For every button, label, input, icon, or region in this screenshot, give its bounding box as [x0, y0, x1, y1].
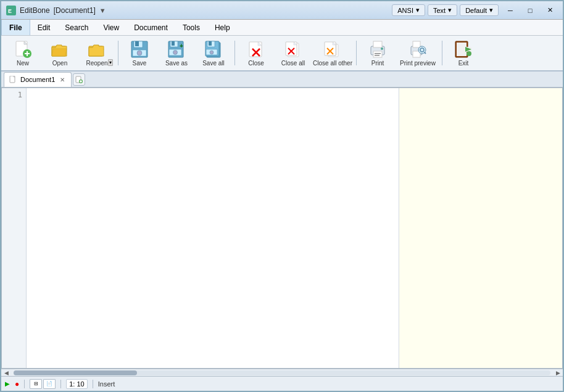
menu-file[interactable]: File	[1, 20, 30, 35]
scroll-right-button[interactable]: ▶	[553, 369, 563, 377]
text-dropdown[interactable]: Text ▾	[428, 4, 457, 16]
svg-rect-44	[375, 53, 381, 54]
play-button[interactable]: ▶	[5, 380, 10, 387]
closeall-button[interactable]: Close all	[275, 38, 311, 68]
editor-main[interactable]	[27, 88, 399, 368]
svg-point-13	[137, 51, 142, 55]
document-icon	[9, 76, 17, 83]
saveall-icon	[204, 40, 223, 59]
svg-rect-48	[413, 41, 420, 47]
svg-text:+: +	[180, 43, 183, 49]
new-tab-icon	[75, 76, 83, 83]
scroll-track	[14, 370, 550, 375]
closeallother-icon	[323, 40, 342, 59]
save-label: Save	[133, 60, 147, 67]
editor-container: 1	[1, 88, 563, 369]
status-separator-3	[93, 380, 93, 388]
menu-help[interactable]: Help	[207, 20, 238, 35]
menu-edit[interactable]: Edit	[30, 20, 58, 35]
status-icon-2: 📄	[43, 379, 56, 389]
cursor-position: 1: 10	[66, 379, 87, 389]
saveall-button[interactable]: Save all	[196, 38, 231, 68]
print-label: Print	[371, 60, 384, 67]
app-icon: E	[6, 6, 16, 15]
document-title: [Document1]	[54, 6, 96, 15]
minimize-button[interactable]: ─	[502, 4, 518, 17]
edit-mode: Insert	[98, 380, 115, 388]
new-label: New	[17, 60, 29, 67]
svg-point-46	[381, 47, 383, 50]
svg-point-18	[173, 50, 178, 54]
closeall-icon	[283, 40, 303, 59]
separator-2	[234, 41, 235, 65]
separator-1	[118, 41, 118, 65]
closeall-label: Close all	[281, 60, 305, 67]
exit-button[interactable]: Exit	[446, 38, 481, 68]
status-separator-2	[60, 380, 61, 388]
printpreview-button[interactable]: Print preview	[397, 38, 439, 68]
svg-rect-57	[466, 49, 470, 50]
open-icon	[50, 40, 70, 59]
open-button[interactable]: Open	[42, 38, 78, 68]
saveas-label: Save as	[165, 60, 188, 67]
new-icon	[13, 40, 33, 59]
menu-tools[interactable]: Tools	[175, 20, 207, 35]
new-button[interactable]: New	[5, 38, 41, 68]
title-bar: E EditBone [Document1] ▼ ANSI ▾ Text ▾ D…	[1, 1, 563, 20]
print-button[interactable]: Print	[360, 38, 396, 68]
tab-title: Document1	[20, 76, 55, 83]
menu-view[interactable]: View	[96, 20, 126, 35]
print-icon	[368, 40, 388, 59]
svg-point-25	[210, 51, 214, 54]
exit-label: Exit	[458, 60, 469, 67]
svg-rect-11	[135, 41, 139, 46]
menu-search[interactable]: Search	[57, 20, 96, 35]
printpreview-label: Print preview	[400, 60, 436, 67]
closeallother-label: Close all other	[313, 60, 352, 67]
reopen-icon	[87, 40, 107, 59]
save-icon	[130, 40, 149, 59]
tab-bar: Document1 ✕	[1, 71, 563, 88]
menu-document[interactable]: Document	[126, 20, 175, 35]
closeallother-button[interactable]: Close all other	[312, 38, 353, 68]
status-bar: ▶ ● ⊟ 📄 1: 10 Insert	[1, 376, 563, 391]
saveas-button[interactable]: + Save as	[159, 38, 194, 68]
exit-icon	[454, 40, 473, 59]
toolbar: New Open ▾ Reopen	[1, 36, 563, 71]
reopen-label: Reopen	[86, 60, 107, 67]
reopen-button[interactable]: ▾ Reopen	[79, 38, 115, 68]
svg-rect-23	[209, 41, 212, 46]
horizontal-scrollbar[interactable]: ◀ ▶	[1, 369, 563, 376]
svg-rect-45	[375, 55, 379, 56]
status-separator-1	[24, 380, 25, 388]
default-dropdown[interactable]: Default ▾	[460, 4, 499, 16]
separator-4	[442, 41, 442, 65]
tab-close-button[interactable]: ✕	[59, 76, 66, 83]
line-number: 1	[2, 91, 22, 99]
svg-line-52	[425, 52, 426, 54]
close-doc-label: Close	[248, 60, 264, 67]
menu-bar: File Edit Search View Document Tools Hel…	[1, 20, 563, 36]
editor-wrapper: 1	[1, 88, 563, 369]
document-tab[interactable]: Document1 ✕	[4, 72, 72, 87]
saveas-icon: +	[167, 40, 186, 59]
svg-rect-16	[172, 41, 175, 46]
close-doc-button[interactable]: Close	[238, 38, 274, 68]
saveall-label: Save all	[202, 60, 225, 67]
close-doc-icon	[246, 40, 266, 59]
printpreview-icon	[408, 40, 428, 59]
record-button[interactable]: ●	[15, 380, 19, 388]
close-button[interactable]: ✕	[542, 4, 558, 17]
ansi-dropdown[interactable]: ANSI ▾	[392, 4, 425, 16]
svg-point-58	[467, 51, 471, 56]
scroll-left-button[interactable]: ◀	[1, 369, 11, 377]
scroll-thumb[interactable]	[14, 370, 137, 375]
save-button[interactable]: Save	[122, 38, 157, 68]
line-numbers: 1	[2, 88, 27, 368]
app-title: EditBone	[20, 6, 50, 15]
status-icon-1: ⊟	[30, 379, 42, 389]
editor-panel	[399, 88, 562, 368]
svg-text:E: E	[8, 8, 12, 14]
maximize-button[interactable]: □	[522, 4, 538, 17]
new-tab-button[interactable]	[73, 73, 85, 86]
